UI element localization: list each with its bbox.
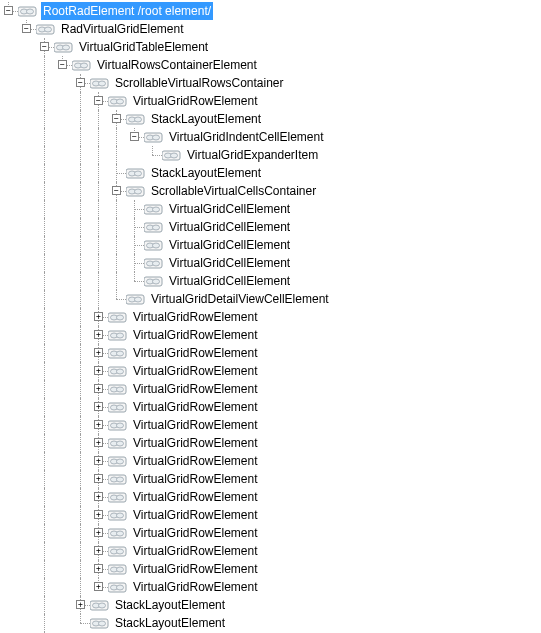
tree-node-label[interactable]: VirtualGridRowElement (131, 560, 260, 578)
tree-node-label[interactable]: RadVirtualGridElement (59, 20, 186, 38)
tree-node-label[interactable]: VirtualGridRowElement (131, 488, 260, 506)
tree-node-label[interactable]: StackLayoutElement (113, 596, 227, 614)
tree-node-label[interactable]: VirtualGridRowElement (131, 326, 260, 344)
expand-icon[interactable] (94, 402, 103, 411)
tree-node-label[interactable]: VirtualGridCellElement (167, 236, 292, 254)
tree-node-row[interactable]: VirtualGridDetailViewCellElement (0, 290, 541, 308)
tree-node-row[interactable]: VirtualGridCellElement (0, 254, 541, 272)
tree-node-row[interactable]: VirtualRowsContainerElement (0, 56, 541, 74)
tree-node-label[interactable]: VirtualGridTableElement (77, 38, 210, 56)
collapse-icon[interactable] (130, 132, 139, 141)
collapse-icon[interactable] (112, 186, 121, 195)
tree-node-row[interactable]: VirtualGridRowElement (0, 542, 541, 560)
expand-icon[interactable] (94, 330, 103, 339)
expand-icon[interactable] (94, 438, 103, 447)
tree-node-label[interactable]: VirtualGridIndentCellElement (167, 128, 326, 146)
expand-icon[interactable] (94, 564, 103, 573)
collapse-icon[interactable] (22, 24, 31, 33)
tree-node-row[interactable]: StackLayoutElement (0, 164, 541, 182)
tree-node-row[interactable]: VirtualGridRowElement (0, 560, 541, 578)
tree-node-row[interactable]: VirtualGridRowElement (0, 416, 541, 434)
tree-node-label[interactable]: VirtualRowsContainerElement (95, 56, 259, 74)
tree-node-label[interactable]: StackLayoutElement (113, 614, 227, 632)
tree-node-label[interactable]: StackLayoutElement (149, 110, 263, 128)
tree-node-row[interactable]: VirtualGridRowElement (0, 488, 541, 506)
tree-node-label[interactable]: ScrollableVirtualRowsContainer (113, 74, 286, 92)
tree-node-label[interactable]: VirtualGridCellElement (167, 272, 292, 290)
expand-icon[interactable] (94, 312, 103, 321)
tree-node-label[interactable]: VirtualGridRowElement (131, 416, 260, 434)
tree-node-row[interactable]: VirtualGridRowElement (0, 452, 541, 470)
tree-node-row[interactable]: VirtualGridRowElement (0, 524, 541, 542)
tree-node-label[interactable]: VirtualGridRowElement (131, 578, 260, 596)
tree-node-row[interactable]: StackLayoutElement (0, 596, 541, 614)
tree-node-label[interactable]: VirtualGridRowElement (131, 380, 260, 398)
tree-node-label[interactable]: VirtualGridRowElement (131, 470, 260, 488)
tree-node-label[interactable]: VirtualGridRowElement (131, 308, 260, 326)
tree-node-label[interactable]: StackLayoutElement (149, 164, 263, 182)
tree-indent (90, 434, 108, 452)
tree-node-label[interactable]: VirtualGridRowElement (131, 542, 260, 560)
tree-node-label[interactable]: VirtualGridRowElement (131, 92, 260, 110)
tree-node-label[interactable]: VirtualGridRowElement (131, 398, 260, 416)
tree-node-row[interactable]: VirtualGridRowElement (0, 326, 541, 344)
expand-icon[interactable] (94, 366, 103, 375)
tree-node-label[interactable]: VirtualGridRowElement (131, 434, 260, 452)
tree-node-row[interactable]: VirtualGridIndentCellElement (0, 128, 541, 146)
expand-icon[interactable] (94, 456, 103, 465)
tree-node-row[interactable]: VirtualGridRowElement (0, 398, 541, 416)
tree-node-row[interactable]: VirtualGridCellElement (0, 272, 541, 290)
tree-node-row[interactable]: RadVirtualGridElement (0, 20, 541, 38)
tree-node-row[interactable]: StackLayoutElement (0, 110, 541, 128)
tree-node-row[interactable]: VirtualGridRowElement (0, 578, 541, 596)
tree-node-label[interactable]: VirtualGridRowElement (131, 362, 260, 380)
tree-indent (54, 416, 72, 434)
tree-node-label[interactable]: VirtualGridRowElement (131, 506, 260, 524)
tree-node-row[interactable]: ScrollableVirtualCellsContainer (0, 182, 541, 200)
tree-node-row[interactable]: VirtualGridRowElement (0, 380, 541, 398)
collapse-icon[interactable] (40, 42, 49, 51)
tree-node-label[interactable]: RootRadElement /root element/ (41, 2, 213, 20)
expand-icon[interactable] (94, 546, 103, 555)
tree-node-label[interactable]: VirtualGridRowElement (131, 452, 260, 470)
expand-icon[interactable] (94, 582, 103, 591)
expand-icon[interactable] (94, 492, 103, 501)
tree-node-label[interactable]: VirtualGridRowElement (131, 524, 260, 542)
expand-icon[interactable] (76, 600, 85, 609)
tree-node-row[interactable]: ScrollableVirtualRowsContainer (0, 74, 541, 92)
collapse-icon[interactable] (76, 78, 85, 87)
tree-node-label[interactable]: VirtualGridRowElement (131, 344, 260, 362)
tree-node-row[interactable]: VirtualGridRowElement (0, 470, 541, 488)
tree-node-row[interactable]: VirtualGridCellElement (0, 236, 541, 254)
tree-node-label[interactable]: VirtualGridCellElement (167, 200, 292, 218)
tree-node-row[interactable]: VirtualGridRowElement (0, 344, 541, 362)
tree-node-label[interactable]: VirtualGridCellElement (167, 218, 292, 236)
expand-icon[interactable] (94, 474, 103, 483)
tree-node-label[interactable]: VirtualGridDetailViewCellElement (149, 290, 331, 308)
expand-icon[interactable] (94, 510, 103, 519)
collapse-icon[interactable] (58, 60, 67, 69)
tree-node-row[interactable]: StackLayoutElement (0, 614, 541, 632)
collapse-icon[interactable] (112, 114, 121, 123)
collapse-icon[interactable] (4, 6, 13, 15)
expand-icon[interactable] (94, 384, 103, 393)
tree-node-label[interactable]: VirtualGridExpanderItem (185, 146, 320, 164)
tree-indent (72, 200, 90, 218)
tree-node-row[interactable]: VirtualGridRowElement (0, 506, 541, 524)
tree-node-row[interactable]: VirtualGridRowElement (0, 92, 541, 110)
expand-icon[interactable] (94, 420, 103, 429)
tree-node-row[interactable]: VirtualGridExpanderItem (0, 146, 541, 164)
tree-node-row[interactable]: VirtualGridTableElement (0, 38, 541, 56)
collapse-icon[interactable] (94, 96, 103, 105)
expand-icon[interactable] (94, 348, 103, 357)
tree-node-row[interactable]: VirtualGridRowElement (0, 434, 541, 452)
tree-view[interactable]: RootRadElement /root element/ RadVirtual… (0, 2, 541, 633)
tree-node-label[interactable]: VirtualGridCellElement (167, 254, 292, 272)
tree-node-label[interactable]: ScrollableVirtualCellsContainer (149, 182, 318, 200)
tree-node-row[interactable]: VirtualGridCellElement (0, 200, 541, 218)
tree-node-row[interactable]: RootRadElement /root element/ (0, 2, 541, 20)
tree-node-row[interactable]: VirtualGridRowElement (0, 362, 541, 380)
expand-icon[interactable] (94, 528, 103, 537)
tree-node-row[interactable]: VirtualGridCellElement (0, 218, 541, 236)
tree-node-row[interactable]: VirtualGridRowElement (0, 308, 541, 326)
